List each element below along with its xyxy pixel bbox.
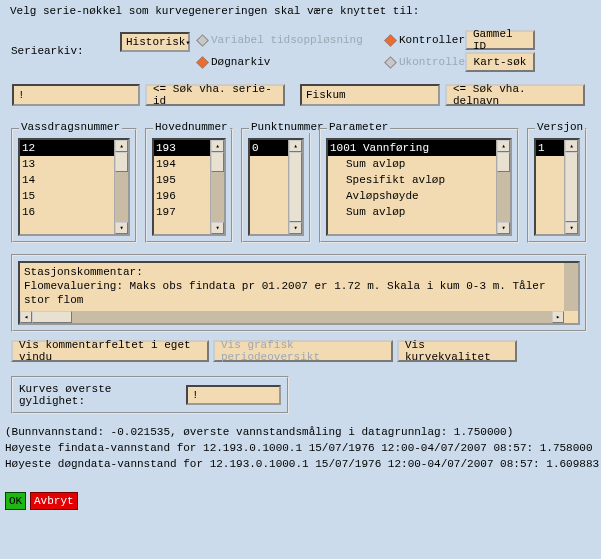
scroll-up-icon[interactable]: ▴ — [289, 140, 302, 152]
archive-label: Seriearkiv: — [11, 45, 84, 57]
scrollbar[interactable]: ▴ ▾ — [114, 140, 128, 234]
footer-line: Høyeste findata-vannstand for 12.193.0.1… — [5, 442, 593, 454]
hovednummer-list[interactable]: 193 194 195 196 197 — [154, 140, 210, 234]
footer-line: Høyeste døgndata-vannstand for 12.193.0.… — [5, 458, 599, 470]
horizontal-scrollbar[interactable]: ◂ ▸ — [20, 311, 564, 323]
list-item[interactable]: Spesifikt avløp — [328, 172, 496, 188]
list-item[interactable]: 196 — [154, 188, 210, 204]
option-dognarkiv[interactable]: Døgnarkiv — [198, 56, 270, 68]
panel-label: Versjon — [535, 121, 585, 133]
scrollbar[interactable] — [564, 263, 578, 311]
punktnummer-list[interactable]: 0 — [250, 140, 288, 234]
comment-panel: Stasjonskommentar: Flomevaluering: Maks … — [11, 254, 587, 332]
list-item[interactable]: 1 — [536, 140, 564, 156]
scroll-thumb[interactable] — [32, 311, 72, 323]
punktnummer-panel: Punktnummer 0 ▴ ▾ — [241, 128, 311, 243]
scroll-up-icon[interactable]: ▴ — [497, 140, 510, 152]
sok-serie-button[interactable]: <= Søk vha. serie-id — [145, 84, 285, 106]
comment-text[interactable]: Stasjonskommentar: Flomevaluering: Maks … — [18, 261, 580, 325]
option-variabel-tid[interactable]: Variabel tidsoppløsning — [198, 34, 363, 46]
versjon-list[interactable]: 1 — [536, 140, 564, 234]
archive-dropdown-value: Historisk — [126, 36, 185, 48]
versjon-panel: Versjon 1 ▴ ▾ — [527, 128, 587, 243]
vis-grafisk-button: Vis grafisk periodeoversikt — [213, 340, 393, 362]
diamond-unselected-icon — [384, 56, 397, 69]
list-item[interactable]: 194 — [154, 156, 210, 172]
list-item[interactable]: Sum avløp — [328, 204, 496, 220]
scrollbar[interactable]: ▴ ▾ — [496, 140, 510, 234]
scroll-down-icon[interactable]: ▾ — [289, 222, 302, 234]
comment-line: stor flom — [24, 293, 574, 307]
vassdragsnummer-list[interactable]: 12 13 14 15 16 — [20, 140, 114, 234]
panel-label: Parameter — [327, 121, 390, 133]
delnavn-input[interactable] — [300, 84, 440, 106]
scroll-down-icon[interactable]: ▾ — [565, 222, 578, 234]
list-item[interactable]: 15 — [20, 188, 114, 204]
list-item[interactable]: 195 — [154, 172, 210, 188]
chevron-down-icon: ▾ — [185, 38, 190, 47]
list-item[interactable]: 13 — [20, 156, 114, 172]
scroll-left-icon[interactable]: ◂ — [20, 311, 32, 323]
option-label: Kontrollert — [399, 34, 472, 46]
diamond-unselected-icon — [196, 34, 209, 47]
diamond-selected-icon — [196, 56, 209, 69]
parameter-list[interactable]: 1001 Vannføring Sum avløp Spesifikt avlø… — [328, 140, 496, 234]
comment-header: Stasjonskommentar: — [24, 265, 574, 279]
archive-dropdown[interactable]: Historisk ▾ — [120, 32, 190, 52]
scroll-right-icon[interactable]: ▸ — [552, 311, 564, 323]
list-item[interactable]: 16 — [20, 204, 114, 220]
panel-label: Hovednummer — [153, 121, 230, 133]
gyldighet-label: Kurves øverste gyldighet: — [19, 383, 178, 407]
list-item[interactable]: 12 — [20, 140, 114, 156]
list-item[interactable]: 1001 Vannføring — [328, 140, 496, 156]
parameter-panel: Parameter 1001 Vannføring Sum avløp Spes… — [319, 128, 519, 243]
scroll-up-icon[interactable]: ▴ — [211, 140, 224, 152]
gyldighet-panel: Kurves øverste gyldighet: — [11, 376, 289, 414]
footer-line: (Bunnvannstand: -0.021535, øverste vanns… — [5, 426, 513, 438]
kart-sok-button[interactable]: Kart-søk — [465, 52, 535, 72]
list-item[interactable]: Avløpshøyde — [328, 188, 496, 204]
serie-id-input[interactable] — [12, 84, 140, 106]
comment-line: Flomevaluering: Maks obs findata pr 01.2… — [24, 279, 574, 293]
page-title: Velg serie-nøkkel som kurvegenereringen … — [10, 5, 419, 17]
list-item[interactable]: 14 — [20, 172, 114, 188]
scrollbar[interactable]: ▴ ▾ — [564, 140, 578, 234]
avbryt-button[interactable]: Avbryt — [30, 492, 78, 510]
hovednummer-panel: Hovednummer 193 194 195 196 197 ▴ ▾ — [145, 128, 233, 243]
list-item[interactable]: Sum avløp — [328, 156, 496, 172]
option-label: Døgnarkiv — [211, 56, 270, 68]
gammel-id-button[interactable]: Gammel ID — [465, 30, 535, 50]
vis-kurvekvalitet-button[interactable]: Vis kurvekvalitet — [397, 340, 517, 362]
option-label: Variabel tidsoppløsning — [211, 34, 363, 46]
list-item[interactable]: 197 — [154, 204, 210, 220]
scrollbar[interactable]: ▴ ▾ — [288, 140, 302, 234]
vis-kommentar-button[interactable]: Vis kommentarfeltet i eget vindu — [11, 340, 209, 362]
panel-label: Vassdragsnummer — [19, 121, 122, 133]
ok-button[interactable]: OK — [5, 492, 26, 510]
scroll-thumb[interactable] — [565, 152, 578, 222]
scroll-up-icon[interactable]: ▴ — [115, 140, 128, 152]
list-item[interactable]: 193 — [154, 140, 210, 156]
scroll-down-icon[interactable]: ▾ — [115, 222, 128, 234]
diamond-selected-icon — [384, 34, 397, 47]
scroll-down-icon[interactable]: ▾ — [211, 222, 224, 234]
scrollbar[interactable]: ▴ ▾ — [210, 140, 224, 234]
panel-label: Punktnummer — [249, 121, 326, 133]
scroll-up-icon[interactable]: ▴ — [565, 140, 578, 152]
option-kontrollert[interactable]: Kontrollert — [386, 34, 472, 46]
sok-delnavn-button[interactable]: <= Søk vha. delnavn — [445, 84, 585, 106]
scroll-thumb[interactable] — [211, 152, 224, 172]
scroll-down-icon[interactable]: ▾ — [497, 222, 510, 234]
scroll-thumb[interactable] — [497, 152, 510, 172]
scroll-thumb[interactable] — [289, 152, 302, 222]
scroll-thumb[interactable] — [115, 152, 128, 172]
list-item[interactable]: 0 — [250, 140, 288, 156]
vassdragsnummer-panel: Vassdragsnummer 12 13 14 15 16 ▴ ▾ — [11, 128, 137, 243]
gyldighet-input[interactable] — [186, 385, 281, 405]
